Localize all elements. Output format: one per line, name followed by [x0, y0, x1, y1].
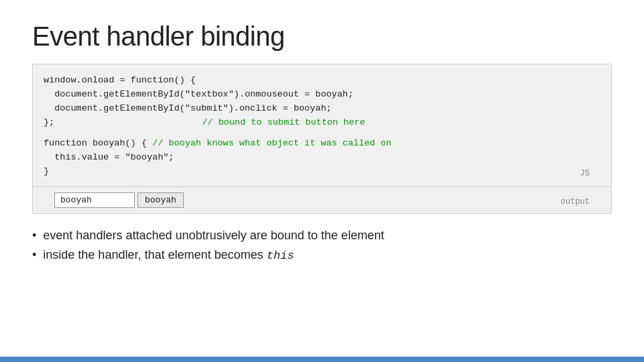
code-line-2: document.getElementById("textbox").onmou… — [44, 88, 600, 102]
bullet-dot-2: • — [32, 248, 36, 262]
bullet-list: • event handlers attached unobtrusively … — [32, 229, 612, 267]
demo-button[interactable]: booyah — [138, 192, 184, 208]
bullet-text-1: event handlers attached unobtrusively ar… — [43, 229, 384, 243]
code-section-top: window.onload = function() { document.ge… — [44, 74, 600, 137]
bottom-bar — [0, 357, 644, 362]
code-line-function1: function booyah() { // booyah knows what… — [44, 137, 600, 151]
code-line-3: document.getElementById("submit").onclic… — [44, 102, 600, 116]
bullet-text-2: inside the handler, that element becomes… — [43, 248, 294, 262]
js-label: JS — [580, 168, 590, 180]
code-line-function3: } — [44, 165, 600, 179]
output-section: booyah output — [44, 187, 600, 213]
code-line-function2: this.value = "booyah"; — [44, 151, 600, 165]
demo-textbox[interactable] — [54, 192, 135, 208]
output-label: output — [561, 196, 590, 208]
bullet-dot-1: • — [32, 229, 36, 243]
bullet-item-2: • inside the handler, that element becom… — [32, 248, 612, 262]
comment-submit: // bound to submit button here — [202, 117, 365, 127]
slide: Event handler binding window.onload = fu… — [0, 0, 644, 362]
code-line-4: };// bound to submit button here — [44, 116, 600, 130]
bullet-item-1: • event handlers attached unobtrusively … — [32, 229, 612, 243]
this-code: this — [267, 249, 294, 262]
code-line-1: window.onload = function() { — [44, 74, 600, 88]
code-box: window.onload = function() { document.ge… — [32, 64, 612, 214]
slide-title: Event handler binding — [32, 21, 612, 52]
comment-booyah: // booyah knows what object it was calle… — [152, 138, 391, 148]
code-section-function: function booyah() { // booyah knows what… — [44, 137, 600, 187]
